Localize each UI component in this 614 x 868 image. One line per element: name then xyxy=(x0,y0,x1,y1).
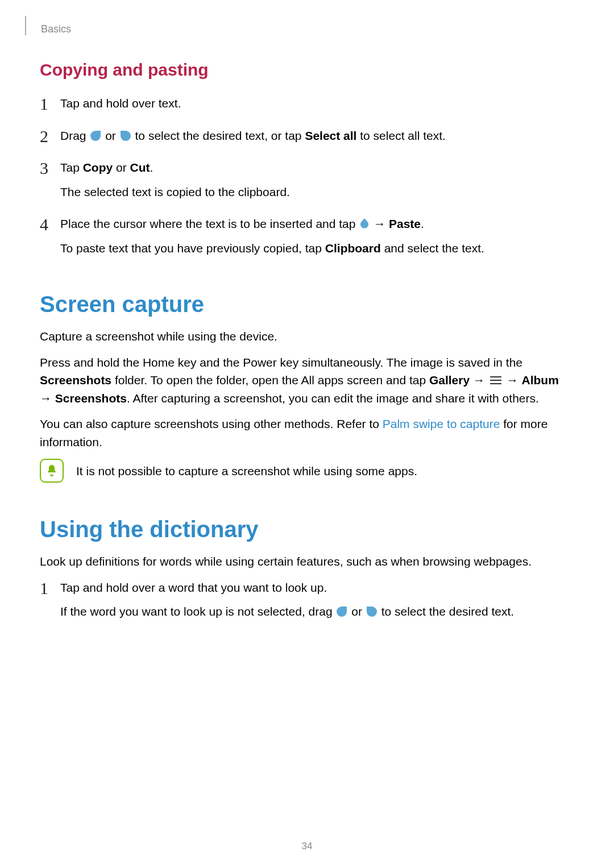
dict-sub-mid: or xyxy=(348,605,365,618)
page-number: 34 xyxy=(0,841,614,852)
palm-swipe-link[interactable]: Palm swipe to capture xyxy=(383,417,500,430)
selection-handle-left-icon xyxy=(90,131,101,141)
step-4-pre: Place the cursor where the text is to be… xyxy=(60,217,359,230)
step-2-posta: to select the desired text, or tap xyxy=(132,129,305,142)
dict-sub-pre: If the word you want to look up is not s… xyxy=(60,605,335,618)
step-4-sub: To paste text that you have previously c… xyxy=(60,239,563,258)
section-label: Basics xyxy=(41,23,71,35)
step-4: Place the cursor where the text is to be… xyxy=(40,215,563,258)
sc-p2-c: . After capturing a screenshot, you can … xyxy=(127,392,539,405)
step-2-postb: to select all text. xyxy=(356,129,445,142)
step-2-bold: Select all xyxy=(305,129,356,142)
sc-p2-arr2: → xyxy=(503,373,522,387)
step-4-arrow: → xyxy=(370,217,389,230)
step-3-b1: Copy xyxy=(83,161,113,174)
copy-paste-steps: Tap and hold over text. Drag or to selec… xyxy=(40,94,563,258)
note-row: It is not possible to capture a screensh… xyxy=(40,459,563,483)
step-3-sub: The selected text is copied to the clipb… xyxy=(60,183,563,202)
sc-p2-b2: Gallery xyxy=(429,373,470,387)
cursor-handle-icon xyxy=(359,217,370,230)
sc-p2-b4: Screenshots xyxy=(55,392,127,405)
step-4-sub-b: Clipboard xyxy=(325,242,381,255)
heading-dictionary: Using the dictionary xyxy=(40,517,563,542)
dict-step-1-line: Tap and hold over a word that you want t… xyxy=(60,581,327,594)
dict-step-1-sub: If the word you want to look up is not s… xyxy=(60,603,563,621)
dictionary-p1: Look up definitions for words while usin… xyxy=(40,553,563,571)
step-3-pre: Tap xyxy=(60,161,83,174)
sc-p2-b1: Screenshots xyxy=(40,373,111,387)
sc-p2-a: Press and hold the Home key and the Powe… xyxy=(40,356,522,369)
step-3-b2: Cut xyxy=(130,161,150,174)
sc-p2-arr3: → xyxy=(40,392,55,405)
step-2-mid: or xyxy=(102,129,119,142)
step-2: Drag or to select the desired text, or t… xyxy=(40,127,563,146)
sc-p2-b: folder. To open the folder, open the All… xyxy=(111,373,429,387)
heading-copy-paste: Copying and pasting xyxy=(40,60,563,80)
selection-handle-right-icon xyxy=(121,131,131,141)
step-4-post: . xyxy=(421,217,424,230)
note-bell-icon xyxy=(40,459,64,483)
selection-handle-left-icon xyxy=(337,607,347,617)
screen-capture-p3: You can also capture screenshots using o… xyxy=(40,415,563,451)
page: Basics Copying and pasting Tap and hold … xyxy=(0,0,614,868)
sc-p2-b3: Album xyxy=(521,373,558,387)
dict-step-1: Tap and hold over a word that you want t… xyxy=(40,579,563,621)
dict-sub-post: to select the desired text. xyxy=(378,605,514,618)
step-1: Tap and hold over text. xyxy=(40,94,563,113)
selection-handle-right-icon xyxy=(367,607,377,617)
step-1-text: Tap and hold over text. xyxy=(60,97,181,110)
page-content: Copying and pasting Tap and hold over te… xyxy=(11,60,574,621)
note-text: It is not possible to capture a screensh… xyxy=(76,459,417,480)
dictionary-steps: Tap and hold over a word that you want t… xyxy=(40,579,563,621)
step-4-b1: Paste xyxy=(389,217,421,230)
step-4-sub-post: and select the text. xyxy=(381,242,484,255)
section-header: Basics xyxy=(25,16,574,35)
step-4-sub-pre: To paste text that you have previously c… xyxy=(60,242,325,255)
step-3: Tap Copy or Cut. The selected text is co… xyxy=(40,159,563,201)
screen-capture-p1: Capture a screenshot while using the dev… xyxy=(40,327,563,346)
menu-icon xyxy=(490,376,501,385)
step-2-pre: Drag xyxy=(60,129,89,142)
step-3-post: . xyxy=(150,161,154,174)
screen-capture-p2: Press and hold the Home key and the Powe… xyxy=(40,354,563,408)
sc-p3-a: You can also capture screenshots using o… xyxy=(40,417,383,430)
step-3-mid: or xyxy=(113,161,130,174)
sc-p2-arr1: → xyxy=(470,373,488,387)
heading-screen-capture: Screen capture xyxy=(40,292,563,317)
